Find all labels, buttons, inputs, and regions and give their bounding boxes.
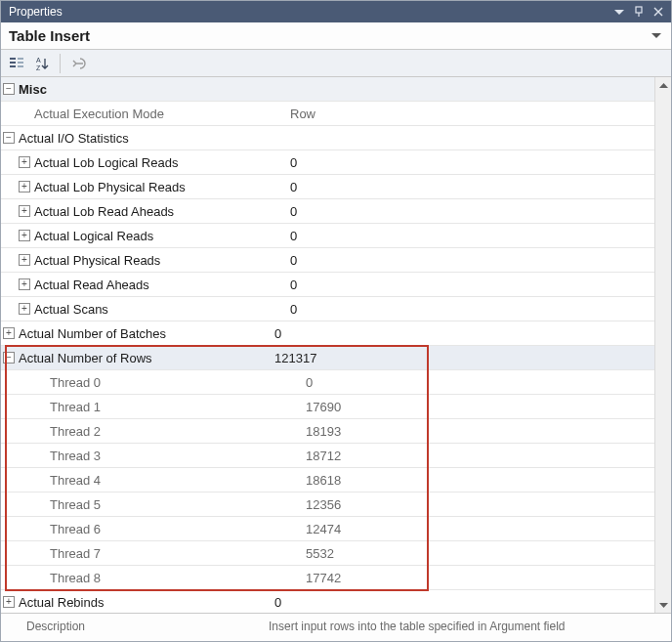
row-number-of-rows[interactable]: − Actual Number of Rows 121317 [1,346,654,370]
expand-icon[interactable]: + [19,230,30,241]
prop-label: Actual Number of Batches [17,326,274,341]
expand-icon[interactable]: + [19,156,30,168]
expand-icon[interactable]: + [19,278,30,290]
window-options-icon[interactable] [610,3,628,21]
expand-icon[interactable]: + [19,303,30,315]
row-physical-reads[interactable]: + Actual Physical Reads 0 [1,248,654,273]
prop-value: 17690 [306,400,649,414]
grid-wrap: − Misc Actual Execution Mode Row − Actua… [1,77,671,613]
prop-label: Actual Execution Mode [32,107,290,121]
row-actual-execution-mode[interactable]: Actual Execution Mode Row [1,102,654,126]
prop-value: 12474 [306,522,649,536]
row-thread[interactable]: Thread 612474 [1,517,654,541]
categorized-view-icon[interactable] [5,52,28,75]
prop-value: 18712 [306,449,649,463]
prop-value: 18193 [306,424,649,439]
scroll-up-icon[interactable] [655,77,672,94]
properties-toolbar: A Z [1,50,671,77]
prop-label: Thread 6 [48,522,306,536]
scroll-down-icon[interactable] [655,596,672,613]
prop-label: Thread 2 [48,424,306,439]
property-pages-icon[interactable] [66,52,90,75]
prop-value: Row [290,107,649,121]
row-thread[interactable]: Thread 218193 [1,419,654,444]
prop-label: Thread 3 [48,449,306,463]
svg-rect-4 [10,65,16,67]
row-lob-read-aheads[interactable]: + Actual Lob Read Aheads 0 [1,199,654,224]
scroll-track[interactable] [655,94,672,596]
collapse-icon[interactable]: − [3,83,15,95]
row-thread[interactable]: Thread 817742 [1,566,654,590]
prop-label: Actual Logical Reads [32,229,290,243]
row-thread[interactable]: Thread 318712 [1,444,654,468]
expand-icon[interactable]: + [3,327,15,339]
prop-value: 0 [290,278,649,292]
object-name: Table Insert [9,27,650,44]
row-thread[interactable]: Thread 512356 [1,492,654,517]
prop-value: 0 [290,302,649,317]
svg-rect-0 [636,7,642,13]
prop-value: 0 [290,253,649,268]
svg-rect-2 [10,58,16,60]
collapse-icon[interactable]: − [3,352,15,364]
prop-label: Actual Number of Rows [17,351,274,365]
expand-icon[interactable]: + [19,205,30,217]
row-thread[interactable]: Thread 75532 [1,541,654,566]
expand-icon[interactable]: + [19,254,30,266]
prop-label: Thread 5 [48,497,306,512]
description-panel: Description Insert input rows into the t… [1,613,671,641]
prop-value: 12356 [306,497,649,512]
prop-value: 0 [274,326,649,341]
row-actual-io-statistics[interactable]: − Actual I/O Statistics [1,126,654,150]
svg-text:A: A [36,57,41,64]
row-rebinds[interactable]: + Actual Rebinds 0 [1,590,654,613]
titlebar: Properties [1,1,671,22]
prop-label: Actual Physical Reads [32,253,290,268]
prop-label: Thread 7 [48,546,306,561]
prop-value: 5532 [306,546,649,561]
expand-icon[interactable]: + [19,181,30,193]
prop-label: Actual Lob Read Aheads [32,204,290,219]
property-grid: − Misc Actual Execution Mode Row − Actua… [1,77,654,613]
expand-icon[interactable]: + [3,596,15,608]
prop-value: 18618 [306,473,649,488]
prop-label: Thread 4 [48,473,306,488]
prop-value: 17742 [306,571,649,585]
prop-value: 0 [290,155,649,170]
close-icon[interactable] [650,3,667,21]
prop-label: Actual Read Aheads [32,278,290,292]
prop-label: Thread 0 [48,375,306,390]
collapse-icon[interactable]: − [3,132,15,144]
row-thread[interactable]: Thread 00 [1,370,654,395]
row-scans[interactable]: + Actual Scans 0 [1,297,654,321]
category-label: Misc [17,82,274,97]
prop-value: 0 [274,595,649,610]
window-title: Properties [9,5,609,19]
svg-rect-3 [10,62,16,64]
alphabetical-view-icon[interactable]: A Z [30,52,54,75]
prop-value: 0 [290,204,649,219]
category-misc[interactable]: − Misc [1,77,654,102]
prop-value: 0 [290,180,649,194]
row-number-of-batches[interactable]: + Actual Number of Batches 0 [1,321,654,346]
prop-value: 121317 [274,351,649,365]
prop-label: Actual Scans [32,302,290,317]
prop-value: 0 [290,229,649,243]
row-logical-reads[interactable]: + Actual Logical Reads 0 [1,224,654,248]
prop-label: Thread 8 [48,571,306,585]
row-read-aheads[interactable]: + Actual Read Aheads 0 [1,273,654,297]
object-bar: Table Insert [1,22,671,50]
prop-label: Actual Lob Logical Reads [32,155,290,170]
autohide-pin-icon[interactable] [630,3,648,21]
row-thread[interactable]: Thread 117690 [1,395,654,419]
prop-label: Actual Lob Physical Reads [32,180,290,194]
row-lob-logical-reads[interactable]: + Actual Lob Logical Reads 0 [1,150,654,175]
vertical-scrollbar[interactable] [654,77,671,613]
row-lob-physical-reads[interactable]: + Actual Lob Physical Reads 0 [1,175,654,199]
prop-label: Actual Rebinds [17,595,274,610]
prop-label: Actual I/O Statistics [17,131,274,146]
object-dropdown-icon[interactable] [650,29,663,43]
svg-rect-6 [18,62,23,64]
row-thread[interactable]: Thread 418618 [1,468,654,492]
svg-rect-7 [18,65,23,67]
